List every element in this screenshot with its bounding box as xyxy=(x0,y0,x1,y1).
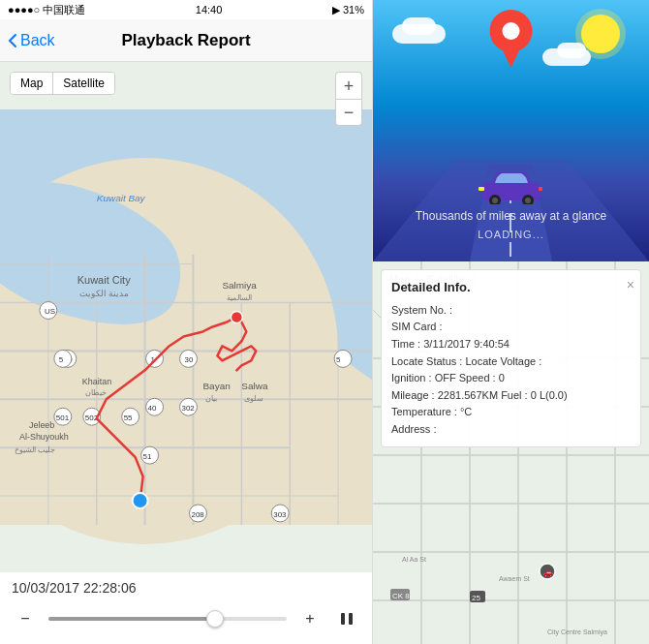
nav-title: Playback Report xyxy=(121,31,250,50)
temperature-label: Temperature : xyxy=(391,406,457,417)
svg-marker-70 xyxy=(499,44,522,68)
status-left: ●●●●○ 中国联通 xyxy=(8,3,85,17)
info-system-no: System No. : xyxy=(391,302,631,320)
svg-text:خيطان: خيطان xyxy=(85,388,107,397)
satellite-btn[interactable]: Satellite xyxy=(53,73,114,94)
map-svg: Kuwait Bay Kuwait City مدينة الكويت Salm… xyxy=(0,62,372,572)
svg-rect-61 xyxy=(341,613,345,625)
info-ignition: Ignition : OFF Speed : 0 xyxy=(391,370,631,387)
cloud-right-top xyxy=(557,43,586,58)
info-locate: Locate Status : Locate Voltage : xyxy=(391,353,631,371)
bottom-map: Al Hamra Salmiya Al Aa St Awaem St City … xyxy=(373,261,649,644)
sim-card-label: SIM Card : xyxy=(391,321,443,332)
svg-text:جليب الشيوخ: جليب الشيوخ xyxy=(15,445,55,454)
status-time: 14:40 xyxy=(196,4,223,15)
info-time: Time : 3/11/2017 9:40:54 xyxy=(391,336,631,353)
progress-thumb[interactable] xyxy=(206,610,224,628)
location-pin xyxy=(489,10,533,72)
pause-button[interactable] xyxy=(333,605,360,632)
svg-text:Al-Shuyoukh: Al-Shuyoukh xyxy=(19,432,69,442)
info-mileage: Mileage : 2281.567KM Fuel : 0 L(0.0) xyxy=(391,387,631,405)
svg-text:CK 8: CK 8 xyxy=(392,592,410,600)
illustration-area: Thousands of miles away at a glance LOAD… xyxy=(373,0,649,261)
svg-text:303: 303 xyxy=(273,510,287,519)
svg-text:🚗: 🚗 xyxy=(543,567,553,577)
svg-text:30: 30 xyxy=(185,355,194,364)
status-right: ▶ 31% xyxy=(332,4,364,16)
svg-text:City Centre Salmiya: City Centre Salmiya xyxy=(547,629,607,636)
svg-point-69 xyxy=(502,22,519,40)
svg-rect-76 xyxy=(479,187,484,191)
status-bar: ●●●●○ 中国联通 14:40 ▶ 31% xyxy=(0,0,372,19)
svg-text:Bayan: Bayan xyxy=(202,381,230,391)
playback-timestamp: 10/03/2017 22:28:06 xyxy=(0,572,372,599)
speed-plus-btn[interactable]: + xyxy=(296,605,324,632)
progress-fill xyxy=(48,617,215,621)
temperature-value-text: °C xyxy=(460,406,472,417)
loading-text: LOADING... xyxy=(478,229,544,240)
svg-text:55: 55 xyxy=(124,414,133,422)
svg-text:Awaem St: Awaem St xyxy=(499,575,530,582)
svg-text:بيان: بيان xyxy=(205,394,217,403)
left-panel: ●●●●○ 中国联通 14:40 ▶ 31% Back Playback Rep… xyxy=(0,0,373,644)
zoom-out-btn[interactable]: − xyxy=(335,99,362,126)
svg-text:5: 5 xyxy=(336,355,341,364)
mileage-label: Mileage : xyxy=(391,389,435,401)
speed-minus-btn[interactable]: − xyxy=(12,605,39,632)
svg-text:US: US xyxy=(45,308,55,317)
info-temperature: Temperature : °C xyxy=(391,404,631,421)
svg-text:Khaitan: Khaitan xyxy=(82,377,111,386)
svg-text:السالمية: السالمية xyxy=(227,293,252,302)
svg-text:مدينة الكويت: مدينة الكويت xyxy=(79,289,130,299)
svg-text:302: 302 xyxy=(182,404,196,413)
map-btn[interactable]: Map xyxy=(11,73,53,94)
svg-point-59 xyxy=(133,493,148,508)
mileage-value-text: 2281.567KM Fuel : 0 L(0.0) xyxy=(438,389,568,401)
map-type-toggle: Map Satellite xyxy=(10,72,115,95)
svg-text:سلوى: سلوى xyxy=(244,394,263,403)
right-panel: Thousands of miles away at a glance LOAD… xyxy=(373,0,649,644)
back-button[interactable]: Back xyxy=(8,32,55,49)
svg-rect-62 xyxy=(349,613,353,625)
info-address: Address : xyxy=(391,421,631,439)
time-value-text: 3/11/2017 9:40:54 xyxy=(423,338,510,350)
info-card-title: Detailed Info. xyxy=(391,278,631,298)
svg-rect-77 xyxy=(539,187,542,191)
car-icon xyxy=(478,166,545,208)
signal-icon: ●●●●○ 中国联通 xyxy=(8,3,85,17)
nav-bar: Back Playback Report xyxy=(0,19,372,62)
sun-icon xyxy=(581,15,620,53)
svg-text:Kuwait City: Kuwait City xyxy=(77,274,131,286)
progress-bar[interactable] xyxy=(48,617,287,621)
svg-text:51: 51 xyxy=(143,452,152,461)
ignition-label: Ignition : xyxy=(391,372,432,383)
ignition-value-text: OFF Speed : 0 xyxy=(435,372,505,383)
playback-controls: − + xyxy=(0,599,372,644)
zoom-controls: + − xyxy=(335,72,362,126)
svg-text:501: 501 xyxy=(56,414,70,422)
info-card: × Detailed Info. System No. : SIM Card :… xyxy=(381,269,641,447)
svg-text:Salwa: Salwa xyxy=(241,381,268,391)
info-sim-card: SIM Card : xyxy=(391,319,631,336)
info-close-btn[interactable]: × xyxy=(627,274,634,295)
zoom-in-btn[interactable]: + xyxy=(335,72,362,99)
svg-text:Salmiya: Salmiya xyxy=(222,280,257,291)
svg-point-60 xyxy=(231,312,242,323)
svg-text:Al Aa St: Al Aa St xyxy=(402,556,426,563)
map-area: Map Satellite + − xyxy=(0,62,372,572)
battery-icon: ▶ 31% xyxy=(332,4,364,16)
locate-label: Locate Status : Locate Voltage : xyxy=(391,355,541,367)
svg-text:208: 208 xyxy=(191,510,204,519)
svg-text:Jeleeb: Jeleeb xyxy=(29,420,54,430)
svg-point-73 xyxy=(492,198,498,203)
svg-text:40: 40 xyxy=(148,404,157,413)
address-label: Address : xyxy=(391,423,436,435)
svg-text:25: 25 xyxy=(472,594,480,602)
svg-text:Kuwait Bay: Kuwait Bay xyxy=(97,193,146,203)
illustration-tagline: Thousands of miles away at a glance xyxy=(416,209,606,223)
cloud-left-top xyxy=(402,17,436,35)
system-no-label: System No. : xyxy=(391,304,452,316)
svg-point-75 xyxy=(525,198,531,203)
svg-text:5: 5 xyxy=(59,355,64,364)
time-label: Time : xyxy=(391,338,420,350)
